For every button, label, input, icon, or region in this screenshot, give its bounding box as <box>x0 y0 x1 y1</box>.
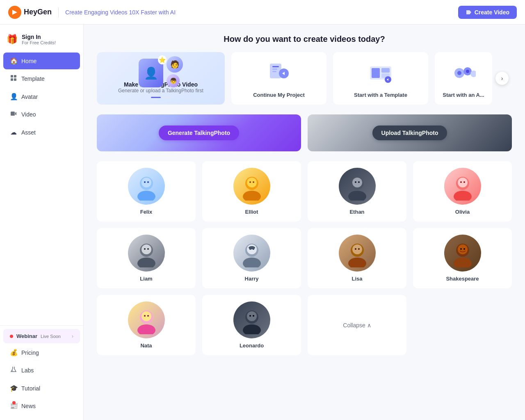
card-indicator <box>118 97 203 98</box>
svg-point-45 <box>144 248 146 250</box>
collapse-button[interactable]: Collapse ∧ <box>308 295 406 355</box>
generate-talking-photo-button[interactable]: Generate TalkingPhoto <box>159 126 239 140</box>
avatar-name-lisa: Lisa <box>352 276 362 282</box>
svg-point-71 <box>249 315 251 317</box>
avatar-img-olivia <box>444 168 481 205</box>
avatar-illustration <box>451 61 476 87</box>
pricing-icon: 💰 <box>10 349 17 356</box>
avatar-card-felix[interactable]: Felix <box>97 161 196 221</box>
labs-icon <box>10 366 17 374</box>
sidebar-item-home[interactable]: 🏠 Home <box>3 52 80 69</box>
svg-point-34 <box>352 178 362 187</box>
sidebar-item-labs[interactable]: Labs <box>3 362 80 379</box>
sidebar-pricing-label: Pricing <box>21 349 39 356</box>
sign-in-info: Sign In For Free Credits! <box>22 34 56 45</box>
action-banners: Generate TalkingPhoto Upload TalkingPhot… <box>97 114 512 151</box>
sidebar-item-news[interactable]: 📰 News <box>3 397 80 414</box>
avatar-card-liam[interactable]: Liam <box>97 228 196 288</box>
top-card-start-avatar[interactable]: Start with an A... <box>435 52 492 105</box>
svg-rect-14 <box>381 68 390 73</box>
svg-point-6 <box>12 370 13 371</box>
svg-point-23 <box>137 191 155 201</box>
header-divider <box>58 7 59 17</box>
create-video-button[interactable]: Create Video <box>458 6 517 19</box>
svg-point-56 <box>355 248 356 250</box>
news-badge <box>12 401 16 404</box>
avatar-card-shakespeare[interactable]: Shakespeare <box>413 228 512 288</box>
generate-banner[interactable]: Generate TalkingPhoto <box>97 114 301 151</box>
sidebar-top: 🎁 Sign In For Free Credits! 🏠 Home Tem <box>0 30 83 322</box>
avatar-img-liam <box>128 235 165 272</box>
svg-point-72 <box>253 315 254 317</box>
avatar-card-ethan[interactable]: Ethan <box>308 161 406 221</box>
continue-project-label: Continue My Project <box>253 92 305 98</box>
indicator-dot-1 <box>151 97 161 98</box>
top-card-start-template[interactable]: Start with a Template <box>333 52 428 105</box>
svg-point-26 <box>147 181 149 183</box>
carousel-next-button[interactable]: › <box>495 72 509 85</box>
video-nav-icon <box>10 110 17 119</box>
webinar-left: Webinar Live Soon <box>10 333 61 339</box>
sidebar-home-label: Home <box>21 58 37 64</box>
template-icon <box>10 75 17 83</box>
svg-point-55 <box>352 244 362 254</box>
avatar-card-leonardo[interactable]: Leonardo <box>202 295 301 355</box>
sidebar-item-video[interactable]: Video <box>3 106 80 123</box>
svg-rect-13 <box>372 68 380 78</box>
sidebar: 🎁 Sign In For Free Credits! 🏠 Home Tem <box>0 25 84 420</box>
avatar-name-elliot: Elliot <box>245 209 258 215</box>
top-cards-row: 👤 ⭐ 🧑 👦 Make a TalkingPhoto Video Genera… <box>97 52 512 105</box>
avatar-img-felix <box>128 168 165 205</box>
upload-talking-photo-button[interactable]: Upload TalkingPhoto <box>372 126 447 140</box>
sidebar-item-asset[interactable]: ☁ Asset <box>3 124 80 141</box>
svg-point-57 <box>358 248 360 250</box>
avatar-card-harry[interactable]: Harry <box>202 228 301 288</box>
tutorial-icon: 🎓 <box>10 384 17 392</box>
logo: HeyGen <box>8 6 52 19</box>
avatar-img-lisa <box>339 235 376 272</box>
svg-rect-8 <box>272 66 279 67</box>
talking-photo-illustration: 👤 ⭐ 🧑 👦 <box>139 56 183 87</box>
create-video-label: Create Video <box>475 9 509 16</box>
sidebar-labs-label: Labs <box>21 367 34 374</box>
upload-banner[interactable]: Upload TalkingPhoto <box>308 114 512 151</box>
header-tagline: Create Engaging Videos 10X Faster with A… <box>65 9 176 16</box>
svg-point-41 <box>463 181 465 183</box>
sidebar-item-tutorial[interactable]: 🎓 Tutorial <box>3 380 80 397</box>
top-card-continue-project[interactable]: Continue My Project <box>231 52 326 105</box>
sidebar-avatar-label: Avatar <box>21 94 38 100</box>
svg-point-39 <box>458 178 468 187</box>
svg-point-24 <box>142 178 151 187</box>
avatar-card-lisa[interactable]: Lisa <box>308 228 406 288</box>
sidebar-item-template[interactable]: Template <box>3 70 80 87</box>
sidebar-item-pricing[interactable]: 💰 Pricing <box>3 344 80 361</box>
avatar-img-ethan <box>339 168 376 205</box>
svg-rect-1 <box>11 75 13 78</box>
avatar-name-felix: Felix <box>140 209 153 215</box>
webinar-chevron-icon: › <box>72 333 73 339</box>
template-illustration <box>368 61 393 87</box>
svg-point-29 <box>247 178 257 187</box>
svg-point-30 <box>249 181 251 183</box>
svg-point-44 <box>142 244 151 254</box>
collapse-label[interactable]: Collapse ∧ <box>343 322 371 329</box>
sign-in-area[interactable]: 🎁 Sign In For Free Credits! <box>0 30 83 49</box>
avatar-card-olivia[interactable]: Olivia <box>413 161 512 221</box>
svg-point-43 <box>137 258 155 267</box>
top-card-talking-photo[interactable]: 👤 ⭐ 🧑 👦 Make a TalkingPhoto Video Genera… <box>97 52 225 105</box>
avatar-name-liam: Liam <box>140 276 152 282</box>
indicator-dot-3 <box>167 97 171 98</box>
svg-point-60 <box>458 244 468 254</box>
sidebar-webinar[interactable]: Webinar Live Soon › <box>3 329 80 343</box>
svg-point-67 <box>147 315 149 317</box>
avatar-card-elliot[interactable]: Elliot <box>202 161 301 221</box>
avatar-card-nata[interactable]: Nata <box>97 295 196 355</box>
svg-point-64 <box>137 324 155 334</box>
svg-point-70 <box>247 311 257 321</box>
svg-rect-3 <box>11 78 13 81</box>
svg-point-28 <box>243 191 261 201</box>
svg-point-62 <box>463 248 465 250</box>
sidebar-news-label: News <box>21 403 36 409</box>
sidebar-item-avatar[interactable]: 👤 Avatar <box>3 88 80 105</box>
avatar-img-shakespeare <box>444 235 481 272</box>
